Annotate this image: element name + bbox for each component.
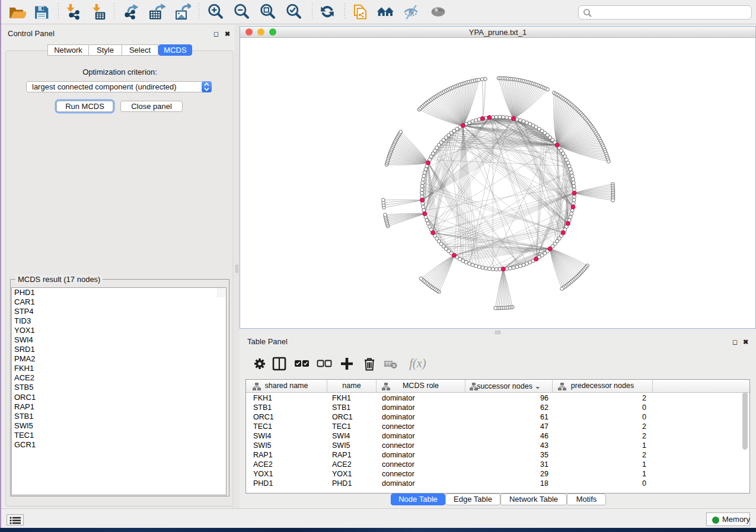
svg-text:f(x): f(x) <box>409 357 426 370</box>
